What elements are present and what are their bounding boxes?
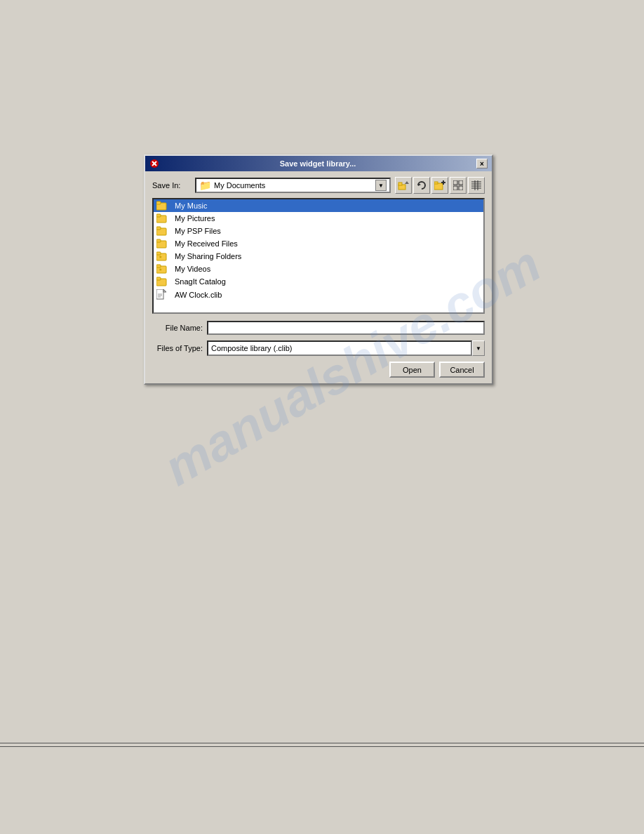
folder-icon — [156, 277, 170, 286]
file-item-label: AW Clock.clib — [175, 291, 222, 299]
cancel-button[interactable]: Cancel — [439, 362, 485, 378]
folder-icon — [156, 201, 170, 211]
svg-rect-26 — [156, 227, 161, 230]
file-item-my-psp-files[interactable]: My PSP Files — [154, 225, 483, 237]
file-list[interactable]: My Music My Pictures My PSP Files My Rec… — [152, 198, 485, 314]
svg-rect-12 — [459, 180, 463, 185]
file-item-label: SnagIt Catalog — [175, 277, 226, 286]
file-item-my-music[interactable]: My Music — [154, 199, 483, 212]
file-icon — [156, 289, 170, 300]
file-item-my-pictures[interactable]: My Pictures — [154, 212, 483, 225]
list-view-button[interactable] — [450, 177, 467, 194]
file-item-label: My Sharing Folders — [175, 252, 241, 260]
file-name-row: File Name: — [152, 321, 485, 335]
bottom-line-2 — [0, 746, 644, 747]
folder-icon: 📁 — [199, 180, 211, 191]
toolbar-buttons — [395, 177, 485, 194]
svg-marker-5 — [405, 181, 409, 184]
files-of-type-combo-wrapper: Composite library (.clib) ▼ — [207, 340, 485, 356]
svg-rect-14 — [459, 186, 463, 190]
svg-rect-28 — [156, 239, 161, 242]
file-item-label: My Music — [175, 201, 207, 210]
files-of-type-value: Composite library (.clib) — [211, 344, 293, 352]
save-in-value: My Documents — [214, 181, 373, 190]
new-folder-button[interactable] — [431, 177, 448, 194]
file-item-my-sharing-folders[interactable]: ★ My Sharing Folders — [154, 250, 483, 263]
files-of-type-combo[interactable]: Composite library (.clib) — [207, 340, 472, 356]
folder-special-icon: ★ — [156, 264, 170, 274]
file-item-label: My Videos — [175, 265, 210, 273]
svg-text:★: ★ — [159, 255, 162, 259]
svg-rect-8 — [434, 182, 438, 184]
file-item-label: My PSP Files — [175, 227, 221, 235]
open-button[interactable]: Open — [389, 362, 435, 378]
folder-icon — [156, 239, 170, 249]
svg-rect-36 — [156, 277, 161, 280]
title-bar: Save widget library... × — [145, 156, 492, 171]
dialog-buttons: Open Cancel — [152, 362, 485, 378]
files-of-type-row: Files of Type: Composite library (.clib)… — [152, 340, 485, 356]
save-in-dropdown-arrow[interactable]: ▼ — [375, 180, 387, 191]
close-button[interactable]: × — [476, 159, 488, 168]
folder-icon — [156, 226, 170, 236]
svg-rect-4 — [398, 183, 402, 185]
bottom-line-1 — [0, 743, 644, 743]
svg-rect-11 — [453, 180, 457, 185]
app-icon — [149, 159, 159, 168]
svg-rect-13 — [453, 186, 457, 190]
save-in-row: Save In: 📁 My Documents ▼ — [152, 177, 485, 194]
save-dialog: Save widget library... × Save In: 📁 My D… — [144, 154, 493, 385]
dialog-title: Save widget library... — [159, 159, 476, 168]
title-bar-left — [149, 159, 159, 168]
file-item-label: My Pictures — [175, 214, 215, 223]
file-item-aw-clock-clib[interactable]: AW Clock.clib — [154, 288, 483, 302]
bottom-lines — [0, 743, 644, 750]
save-in-combo[interactable]: 📁 My Documents ▼ — [195, 178, 391, 193]
file-item-my-videos[interactable]: ★ My Videos — [154, 263, 483, 275]
file-name-input[interactable] — [207, 321, 485, 335]
files-of-type-dropdown-arrow[interactable]: ▼ — [472, 340, 485, 356]
file-item-label: My Received Files — [175, 239, 238, 248]
svg-marker-6 — [418, 183, 421, 186]
svg-text:★: ★ — [159, 267, 162, 272]
file-item-snagit-catalog[interactable]: SnagIt Catalog — [154, 275, 483, 288]
file-name-label: File Name: — [152, 324, 203, 332]
folder-special-icon: ★ — [156, 251, 170, 261]
details-view-button[interactable] — [468, 177, 485, 194]
svg-marker-38 — [163, 289, 166, 292]
up-folder-button[interactable] — [395, 177, 412, 194]
files-of-type-label: Files of Type: — [152, 344, 203, 352]
file-item-my-received-files[interactable]: My Received Files — [154, 237, 483, 250]
dialog-body: Save In: 📁 My Documents ▼ — [145, 171, 492, 383]
svg-rect-22 — [156, 201, 161, 204]
save-in-label: Save In: — [152, 181, 191, 190]
svg-rect-24 — [156, 214, 161, 217]
refresh-button[interactable] — [413, 177, 430, 194]
folder-icon — [156, 213, 170, 223]
